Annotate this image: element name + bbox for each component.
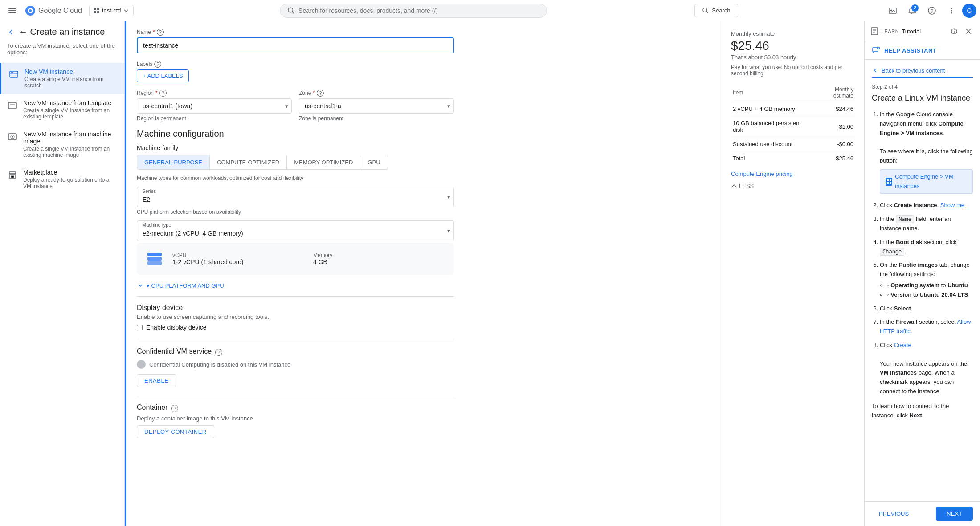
topbar: Google Cloud test-ctd Search 2 ? G [0,0,980,21]
pricing-cost-3: -$0.00 [812,137,855,151]
sidebar-item-new-vm-template[interactable]: New VM instance from template Create a s… [0,94,124,125]
svg-text:?: ? [931,8,933,13]
next-button[interactable]: NEXT [936,507,973,521]
name-field-row: Name * ? [137,29,454,53]
notification-badge: 2 [911,4,919,12]
svg-point-23 [12,72,13,73]
labels-label: Labels ? [137,61,454,68]
sidebar-item-new-vm[interactable]: New VM instance Create a single VM insta… [0,63,124,94]
labels-help-icon[interactable]: ? [154,61,161,68]
tutorial-header: LEARN Tutorial [865,21,980,41]
container-help-icon[interactable]: ? [171,405,178,412]
zone-note: Zone is permanent [299,115,454,122]
step1-bold: Compute Engine > VM instances [880,120,964,136]
sidebar-item-text-marketplace: Marketplace Deploy a ready-to-go solutio… [23,169,117,189]
tutorial-label: LEARN [882,29,899,34]
tutorial-step-4: In the Boot disk section, click Change. [880,238,973,257]
svg-rect-32 [147,257,162,261]
tab-general-purpose[interactable]: GENERAL-PURPOSE [137,155,210,169]
pricing-cost-1: $24.46 [812,102,855,116]
tutorial-outro: To learn how to connect to the instance,… [872,402,973,420]
search-button[interactable]: Search [694,4,738,17]
svg-point-29 [12,136,13,138]
divider-3 [137,396,454,396]
image-btn[interactable] [884,2,902,20]
pricing-panel: Monthly estimate $25.46 That's about $0.… [722,21,864,526]
cpu-platform-expand[interactable]: ▾ CPU PLATFORM AND GPU [137,282,454,289]
vm-template-icon [7,100,18,111]
hamburger-menu[interactable] [4,2,21,20]
more-options-btn[interactable] [943,2,960,20]
tutorial-close-btn[interactable] [962,25,975,37]
machine-config-title: Machine configuration [137,129,454,139]
step-indicator: Step 2 of 4 [872,84,973,90]
help-btn[interactable]: ? [923,2,941,20]
allow-http-link[interactable]: Allow HTTP traffic [880,318,971,334]
confidential-vm-help-icon[interactable]: ? [215,349,222,356]
project-selector[interactable]: test-ctd [89,5,134,16]
svg-rect-7 [94,11,96,13]
tab-compute-optimized[interactable]: COMPUTE-OPTIMIZED [210,155,287,169]
svg-rect-33 [147,253,162,256]
help-panel: LEARN Tutorial HELP ASSISTANT [864,21,980,526]
avatar[interactable]: G [962,4,976,18]
region-select-wrapper: us-central1 (Iowa) ▾ [137,98,292,114]
zone-col: Zone * ? us-central1-a ▾ Zone is permane… [299,90,454,122]
tutorial-step-1: In the Google Cloud console navigation m… [880,110,973,196]
region-help-icon[interactable]: ? [159,90,167,97]
chevron-up-icon [731,183,737,189]
display-device-checkbox[interactable] [137,325,143,330]
svg-rect-0 [8,8,16,9]
zone-help-icon[interactable]: ? [317,90,324,97]
tutorial-step-7: In the Firewall section, select Allow HT… [880,318,973,336]
zone-select[interactable]: us-central1-a [299,98,454,114]
create-link[interactable]: Create [894,342,911,348]
main-layout: ← Create an instance To create a VM inst… [0,21,980,526]
pricing-table: Item Monthly estimate 2 vCPU + 4 GB memo… [731,84,855,165]
sidebar-item-text-vm-template: New VM instance from template Create a s… [23,99,117,120]
tutorial-header-actions [948,25,975,37]
display-device-checkbox-row: Enable display device [137,324,454,331]
svg-rect-5 [94,8,96,10]
search-bar[interactable] [280,4,547,18]
search-btn-icon [702,7,709,14]
sidebar-item-new-vm-image[interactable]: New VM instance from machine image Creat… [0,125,124,163]
tutorial-info-btn[interactable] [948,25,960,37]
vm-instance-icon [8,69,19,80]
less-button[interactable]: LESS [731,183,855,189]
pricing-row-2: 10 GB balanced persistent disk $1.00 [731,116,855,137]
region-select[interactable]: us-central1 (Iowa) [137,98,292,114]
series-select[interactable]: E2 [137,187,454,207]
content-area: Name * ? Labels ? + ADD LABELS [126,21,722,526]
breadcrumb-back[interactable]: ← Create an instance [0,21,124,42]
zone-label: Zone * ? [299,90,454,97]
tab-gpu[interactable]: GPU [360,155,387,169]
name-input[interactable] [137,37,454,53]
back-arrow-icon [872,67,879,74]
back-to-content-link[interactable]: Back to previous content [872,67,973,78]
previous-button[interactable]: PREVIOUS [872,507,916,521]
search-input[interactable] [298,7,539,14]
show-me-link[interactable]: Show me [940,202,964,208]
machine-type-select[interactable]: e2-medium (2 vCPU, 4 GB memory) [137,220,454,241]
pricing-cost-2: $1.00 [812,116,855,137]
compute-engine-vm-button[interactable]: Compute Engine > VM instances [880,169,973,194]
display-device-label: Enable display device [146,324,206,331]
svg-rect-6 [97,8,99,10]
pricing-row-3: Sustained use discount -$0.00 [731,137,855,151]
sidebar-item-marketplace[interactable]: Marketplace Deploy a ready-to-go solutio… [0,163,124,195]
tab-memory-optimized[interactable]: MEMORY-OPTIMIZED [287,155,360,169]
deploy-container-button[interactable]: DEPLOY CONTAINER [137,425,214,438]
svg-point-4 [29,9,32,12]
name-help-icon[interactable]: ? [157,29,164,36]
enable-button[interactable]: ENABLE [137,374,176,387]
machine-family-label: Machine family [137,144,454,151]
compute-engine-pricing-link[interactable]: Compute Engine pricing [731,171,855,177]
svg-line-10 [292,12,294,13]
notification-btn[interactable]: 2 [903,2,921,20]
step5-os: ◦ Operating system to Ubuntu [887,281,973,290]
machine-family-tabs: GENERAL-PURPOSE COMPUTE-OPTIMIZED MEMORY… [137,155,388,170]
step2-bold: Create instance [894,202,937,208]
tutorial-step-3: In the Name field, enter an instance nam… [880,215,973,233]
add-labels-button[interactable]: + ADD LABELS [137,69,189,82]
